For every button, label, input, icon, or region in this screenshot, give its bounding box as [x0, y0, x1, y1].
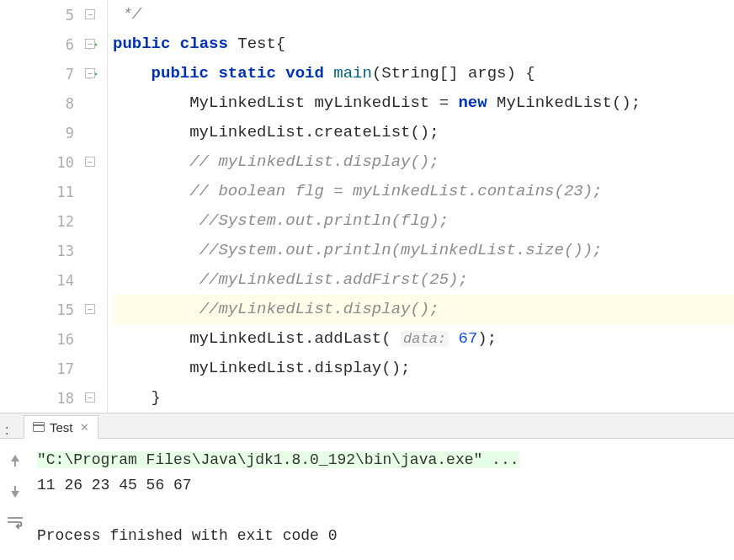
code-line[interactable]: //myLinkedList.addFirst(25); [113, 265, 734, 295]
code-line[interactable]: public static void main(String[] args) { [113, 59, 734, 88]
fold-toggle-icon[interactable] [84, 38, 96, 50]
code-line[interactable]: myLinkedList.display(); [113, 354, 734, 383]
line-number: 15 [57, 301, 74, 318]
terminal-icon [33, 422, 45, 432]
fold-column[interactable] [81, 0, 108, 413]
console-action-bar [0, 439, 30, 560]
scroll-up-button[interactable] [6, 449, 24, 467]
gutter-row[interactable]: 13 [15, 236, 81, 265]
panel-label-colon: : [5, 423, 8, 438]
gutter-row[interactable]: 16 [15, 324, 81, 354]
code-line[interactable]: } [113, 383, 734, 413]
line-number: 6 [66, 36, 74, 53]
line-number: 5 [66, 7, 74, 24]
code-line[interactable]: MyLinkedList myLinkedList = new MyLinked… [113, 88, 734, 118]
line-number: 8 [66, 95, 74, 112]
console-output[interactable]: "C:\Program Files\Java\jdk1.8.0_192\bin\… [30, 439, 734, 560]
line-number: 14 [57, 272, 74, 289]
run-console: : Test ✕ "C:\Program Files\Java\jdk1.8.0… [0, 413, 734, 560]
line-number: 18 [57, 390, 74, 407]
gutter-row[interactable]: 9 [15, 118, 81, 147]
gutter-row[interactable]: 8 [15, 88, 81, 118]
soft-wrap-button[interactable] [6, 513, 24, 531]
gutter-row[interactable]: 6 [15, 29, 81, 59]
console-exit-line: Process finished with exit code 0 [37, 523, 727, 548]
code-line[interactable]: myLinkedList.createList(); [113, 118, 734, 147]
fold-toggle-icon[interactable] [84, 156, 96, 168]
gutter-row[interactable]: 18 [15, 383, 81, 413]
line-number: 7 [66, 66, 74, 83]
close-icon[interactable]: ✕ [80, 421, 89, 434]
console-stdout: 11 26 23 45 56 67 [37, 472, 727, 498]
console-tab-test[interactable]: Test ✕ [24, 415, 98, 439]
console-tab-bar: : Test ✕ [0, 413, 734, 439]
left-margin [0, 0, 15, 413]
code-line[interactable]: //myLinkedList.display(); [113, 295, 734, 324]
line-number: 10 [57, 154, 74, 171]
fold-toggle-icon[interactable] [84, 392, 96, 403]
line-number: 13 [57, 243, 74, 259]
scroll-down-button[interactable] [6, 481, 24, 499]
code-line[interactable]: myLinkedList.addLast( data: 67); [113, 324, 734, 354]
line-number: 9 [66, 125, 74, 141]
gutter-row[interactable]: 12 [15, 206, 81, 236]
console-tab-label: Test [50, 420, 73, 435]
fold-toggle-icon[interactable] [84, 67, 96, 79]
line-number: 17 [57, 360, 74, 377]
gutter-row[interactable]: 5 [15, 0, 81, 29]
code-line[interactable]: //System.out.println(flg); [113, 206, 734, 236]
code-line[interactable]: */ [113, 0, 734, 29]
gutter-row[interactable]: 17 [15, 354, 81, 383]
line-number: 16 [57, 331, 74, 348]
gutter-row[interactable]: 15 [15, 295, 81, 324]
fold-toggle-icon[interactable] [84, 8, 96, 20]
code-editor[interactable]: 56789101112131415161718 */public class T… [0, 0, 734, 413]
gutter-row[interactable]: 11 [15, 177, 81, 206]
gutter-row[interactable]: 14 [15, 265, 81, 295]
line-number: 11 [57, 184, 74, 200]
code-line[interactable]: //System.out.println(myLinkedList.size()… [113, 236, 734, 265]
gutter-row[interactable]: 10 [15, 147, 81, 177]
code-line[interactable]: public class Test{ [113, 29, 734, 59]
console-body: "C:\Program Files\Java\jdk1.8.0_192\bin\… [0, 439, 734, 560]
line-number: 12 [57, 213, 74, 230]
line-number-gutter[interactable]: 56789101112131415161718 [15, 0, 81, 413]
console-command-line: "C:\Program Files\Java\jdk1.8.0_192\bin\… [37, 451, 519, 468]
code-line[interactable]: // myLinkedList.display(); [113, 147, 734, 177]
code-line[interactable]: // boolean flg = myLinkedList.contains(2… [113, 177, 734, 206]
fold-toggle-icon[interactable] [84, 303, 96, 315]
code-text-area[interactable]: */public class Test{ public static void … [108, 0, 734, 413]
gutter-row[interactable]: 7 [15, 59, 81, 88]
